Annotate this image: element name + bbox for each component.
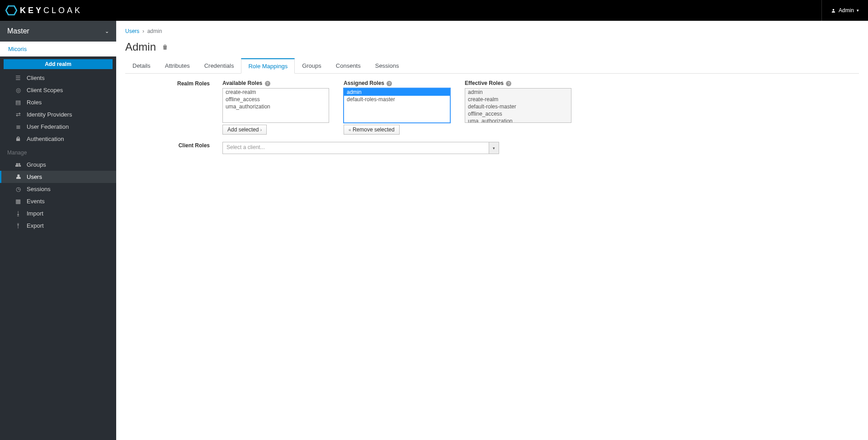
assigned-roles-listbox[interactable]: admindefault-roles-master [344,88,450,123]
remove-selected-button[interactable]: « Remove selected [344,125,400,135]
svg-marker-0 [6,6,17,15]
sidebar-item-label: Client Scopes [27,87,63,94]
groups-icon: 👥︎ [15,162,21,168]
swap-icon: ⇄ [15,112,21,118]
effective-roles-header: Effective Roles ? [465,80,571,86]
sidebar-item-label: User Federation [27,123,69,130]
realm-roles-label: Realm Roles [125,80,222,135]
breadcrumb: Users › admin [125,25,859,41]
available-roles-listbox[interactable]: create-realmoffline_accessuma_authorizat… [222,88,329,123]
sidebar-item-label: Events [27,198,45,205]
role-option: default-roles-master [465,103,571,110]
role-option[interactable]: offline_access [223,96,329,103]
sidebar-item-label: Users [27,173,42,180]
sidebar-item-label: Clients [27,75,45,81]
calendar-icon: ▦ [15,198,21,205]
sidebar-item-groups[interactable]: 👥︎ Groups [0,159,116,171]
sidebar-item-user-federation[interactable]: ≣ User Federation [0,121,116,133]
import-icon: ⭳ [15,211,21,217]
client-roles-label: Client Roles [125,142,222,154]
tab-details[interactable]: Details [125,58,158,74]
page-title-text: Admin [125,41,156,53]
chevron-down-icon: ⌄ [105,28,109,34]
sidebar-item-label: Identity Providers [27,111,72,118]
breadcrumb-parent[interactable]: Users [125,28,139,34]
chevron-right-icon: › [260,127,262,132]
realm-selector-label: Master [7,27,29,35]
sidebar-item-label: Import [27,210,43,217]
sidebar-section-manage: Manage [0,145,116,159]
sidebar-item-export[interactable]: ⭱ Export [0,220,116,232]
add-selected-button[interactable]: Add selected › [222,125,267,135]
sidebar-item-import[interactable]: ⭳ Import [0,207,116,220]
sidebar-item-label: Export [27,222,44,229]
available-roles-header: Available Roles ? [222,80,329,86]
effective-roles-listbox: admincreate-realmdefault-roles-masteroff… [465,88,571,123]
scope-icon: ◎ [15,87,21,94]
role-option[interactable]: uma_authorization [223,103,329,110]
realm-selector[interactable]: Master ⌄ [0,21,116,42]
role-option: create-realm [465,96,571,103]
sidebar-item-label: Authentication [27,136,64,142]
roles-icon: ▤ [15,99,21,106]
role-option: admin [465,89,571,96]
role-option[interactable]: create-realm [223,89,329,96]
sidebar-item-users[interactable]: 👤︎ Users [0,171,116,183]
brand-text: KEYCLOAK [20,6,82,15]
svg-point-1 [833,9,835,10]
sub-realm-link[interactable]: Micoris [0,42,116,56]
tab-role-mappings[interactable]: Role Mappings [241,58,295,74]
client-roles-select[interactable]: Select a client... ▾ [222,142,499,154]
tab-consents[interactable]: Consents [329,58,368,74]
sidebar: Master ⌄ Micoris Add realm ☰ Clients ◎ C… [0,21,116,440]
chevron-left-icon: « [349,127,351,132]
role-option: uma_authorization [465,117,571,123]
assigned-roles-header: Assigned Roles ? [344,80,450,86]
sidebar-item-authentication[interactable]: 🔒︎ Authentication [0,133,116,145]
sidebar-item-label: Groups [27,161,46,168]
tab-credentials[interactable]: Credentials [197,58,241,74]
sidebar-item-clients[interactable]: ☰ Clients [0,72,116,84]
role-option[interactable]: admin [344,89,450,96]
caret-down-icon: ▾ [493,146,495,150]
tab-sessions[interactable]: Sessions [368,58,406,74]
database-icon: ≣ [15,124,21,130]
user-menu-label: Admin [839,7,854,14]
sidebar-item-roles[interactable]: ▤ Roles [0,96,116,108]
help-icon[interactable]: ? [506,81,511,86]
lock-icon: 🔒︎ [15,136,21,142]
tab-groups[interactable]: Groups [295,58,329,74]
user-menu[interactable]: Admin ▾ [821,0,859,21]
brand-logo[interactable]: KEYCLOAK [5,5,82,16]
breadcrumb-separator: › [142,28,144,34]
keycloak-logo-icon [5,5,17,16]
sidebar-item-label: Roles [27,99,42,106]
client-roles-select-placeholder[interactable]: Select a client... [222,142,489,154]
breadcrumb-current: admin [147,28,162,34]
export-icon: ⭱ [15,223,21,229]
sidebar-item-events[interactable]: ▦ Events [0,195,116,207]
main-content: Users › admin Admin DetailsAttributesCre… [116,21,868,440]
sidebar-item-sessions[interactable]: ◷ Sessions [0,183,116,195]
role-option: offline_access [465,110,571,117]
dropdown-toggle-button[interactable]: ▾ [489,142,499,154]
user-icon: 👤︎ [15,174,21,180]
sidebar-item-label: Sessions [27,186,51,192]
chevron-down-icon: ▾ [857,8,859,13]
user-icon [831,8,836,13]
page-title: Admin [125,41,859,53]
role-option[interactable]: default-roles-master [344,96,450,103]
tab-attributes[interactable]: Attributes [158,58,197,74]
add-realm-button[interactable]: Add realm [4,59,113,69]
clock-icon: ◷ [15,186,21,192]
trash-icon[interactable] [161,43,169,51]
sidebar-item-client-scopes[interactable]: ◎ Client Scopes [0,84,116,96]
topbar: KEYCLOAK Admin ▾ [0,0,868,21]
help-icon[interactable]: ? [387,81,392,86]
sidebar-item-identity-providers[interactable]: ⇄ Identity Providers [0,108,116,121]
help-icon[interactable]: ? [265,81,270,86]
list-icon: ☰ [15,75,21,81]
tabs: DetailsAttributesCredentialsRole Mapping… [125,58,859,74]
